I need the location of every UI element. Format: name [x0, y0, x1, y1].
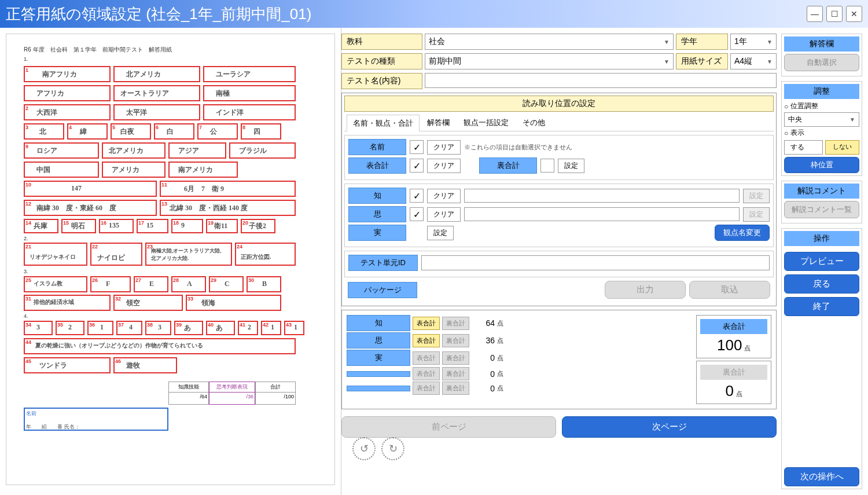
back-button[interactable]: 戻る: [784, 274, 859, 294]
row5-points: 0: [472, 384, 495, 393]
chi-checkbox[interactable]: ✓: [410, 189, 424, 203]
tab-name-viewpoint-total[interactable]: 名前・観点・合計: [347, 115, 420, 131]
shi-front-button[interactable]: 表合計: [413, 334, 440, 347]
answer-column-section: 解答欄 自動選択: [781, 34, 862, 76]
import-button: 取込: [689, 281, 770, 299]
back-total-set-button[interactable]: 設定: [558, 159, 584, 173]
close-button[interactable]: ✕: [846, 6, 862, 22]
test-type-dropdown[interactable]: 前期中間▼: [425, 53, 674, 69]
shi-input[interactable]: [464, 207, 740, 221]
auto-select-note: ※これらの項目は自動選択できません: [464, 143, 572, 152]
rotate-left-button[interactable]: ↺: [352, 437, 376, 460]
name-checkbox[interactable]: ✓: [410, 140, 424, 154]
maximize-button[interactable]: ☐: [826, 6, 843, 22]
chi-input[interactable]: [464, 189, 740, 203]
row5-back-button[interactable]: 裏合計: [442, 382, 469, 395]
chi-button[interactable]: 知: [348, 188, 406, 204]
tab-bar: 名前・観点・合計 解答欄 観点一括設定 その他: [344, 114, 774, 131]
row4-back-button[interactable]: 裏合計: [442, 367, 469, 380]
paper-size-label: 用紙サイズ: [676, 53, 728, 69]
pos-adjust-radio[interactable]: 位置調整: [784, 101, 859, 111]
total-shi-label: 思: [347, 332, 410, 349]
package-button[interactable]: パッケージ: [348, 282, 417, 298]
next-operation-button[interactable]: 次の操作へ: [784, 467, 859, 486]
subject-label: 教科: [341, 34, 422, 50]
total-jitsu-label: 実: [347, 350, 410, 366]
window-controls: — ☐ ✕: [807, 6, 862, 22]
adjust-section: 調整 位置調整 中央▼ 表示 する しない 枠位置: [781, 81, 862, 176]
chi-front-button[interactable]: 表合計: [413, 317, 440, 330]
grade-dropdown[interactable]: 1年▼: [730, 34, 777, 50]
row5-front-button[interactable]: 表合計: [413, 382, 440, 395]
paper-size-dropdown[interactable]: A4縦▼: [730, 53, 777, 69]
jitsu-set-button[interactable]: 設定: [427, 226, 454, 240]
next-page-button[interactable]: 次ページ: [562, 416, 777, 438]
jitsu-points: 0: [472, 353, 495, 362]
jitsu-back-button[interactable]: 裏合計: [442, 351, 469, 365]
grade-label: 学年: [676, 34, 728, 50]
row4-front-button[interactable]: 表合計: [413, 367, 440, 380]
name-button[interactable]: 名前: [348, 139, 406, 155]
rename-viewpoint-button[interactable]: 観点名変更: [715, 225, 770, 241]
front-grand-total: 表合計 100 点: [696, 315, 771, 358]
tab-viewpoint-batch[interactable]: 観点一括設定: [457, 114, 515, 131]
operations-section: 操作 プレビュー 戻る 終了 次の操作へ: [781, 228, 862, 489]
exit-button[interactable]: 終了: [784, 297, 859, 316]
unit-id-button[interactable]: テスト単元ID: [348, 255, 418, 271]
position-dropdown[interactable]: 中央▼: [784, 112, 859, 127]
chi-back-button[interactable]: 裏合計: [442, 317, 469, 330]
shi-button[interactable]: 思: [348, 206, 406, 222]
tab-other[interactable]: その他: [516, 114, 551, 131]
back-total-checkbox[interactable]: [540, 159, 554, 173]
front-total-button[interactable]: 表合計: [348, 157, 406, 174]
test-name-input[interactable]: [425, 73, 777, 88]
back-total-button[interactable]: 裏合計: [479, 157, 537, 174]
test-type-label: テストの種類: [341, 53, 422, 69]
frame-position-button[interactable]: 枠位置: [784, 157, 859, 173]
display-on-button[interactable]: する: [784, 140, 823, 155]
chi-points: 64: [472, 318, 495, 328]
shi-clear-button[interactable]: クリア: [427, 207, 461, 222]
answer-sheet[interactable]: R6 年度 社会科 第１学年 前期中間テスト 解答用紙 1. 1南アフリカ 北ア…: [6, 34, 335, 485]
titlebar: 正答用紙の領域設定 (社会_1年_前期中間_01) — ☐ ✕: [0, 0, 868, 28]
front-total-checkbox[interactable]: ✓: [410, 159, 424, 173]
chi-set-button: 設定: [743, 189, 770, 203]
display-off-button[interactable]: しない: [825, 140, 859, 155]
rotate-right-button[interactable]: ↻: [381, 437, 404, 460]
output-button: 出力: [605, 281, 686, 299]
jitsu-button[interactable]: 実: [348, 225, 406, 241]
read-position-section: 読み取り位置の設定 名前・観点・合計 解答欄 観点一括設定 その他 名前 ✓ ク…: [341, 93, 777, 306]
back-grand-total: 裏合計 0 点: [696, 361, 771, 404]
tab-answer-column[interactable]: 解答欄: [421, 114, 456, 131]
jitsu-front-button[interactable]: 表合計: [413, 351, 440, 365]
subject-dropdown[interactable]: 社会▼: [425, 34, 674, 50]
preview-button[interactable]: プレビュー: [784, 252, 859, 271]
shi-set-button: 設定: [743, 207, 770, 222]
row4-points: 0: [472, 369, 495, 379]
auto-select-button[interactable]: 自動選択: [784, 54, 859, 71]
shi-points: 36: [472, 336, 495, 345]
name-clear-button[interactable]: クリア: [427, 140, 461, 155]
window-title: 正答用紙の領域設定 (社会_1年_前期中間_01): [6, 4, 807, 24]
comment-section: 解説コメント 解説コメント一覧: [781, 181, 862, 223]
front-total-clear-button[interactable]: クリア: [427, 159, 461, 173]
minimize-button[interactable]: —: [807, 6, 823, 22]
chi-clear-button[interactable]: クリア: [427, 189, 461, 203]
read-position-title: 読み取り位置の設定: [344, 96, 774, 112]
prev-page-button: 前ページ: [341, 416, 556, 438]
total-row5-label: [347, 386, 410, 391]
shi-back-button[interactable]: 裏合計: [442, 334, 469, 347]
test-name-label: テスト名(内容): [341, 73, 422, 89]
unit-id-input[interactable]: [421, 255, 770, 270]
comment-list-button[interactable]: 解説コメント一覧: [784, 201, 859, 218]
display-radio[interactable]: 表示: [784, 128, 859, 138]
sheet-header: R6 年度 社会科 第１学年 前期中間テスト 解答用紙: [24, 46, 317, 54]
total-row4-label: [347, 371, 410, 377]
answer-sheet-preview-pane: R6 年度 社会科 第１学年 前期中間テスト 解答用紙 1. 1南アフリカ 北ア…: [0, 28, 341, 495]
shi-checkbox[interactable]: ✓: [410, 207, 424, 221]
totals-section: 知 表合計 裏合計 64 点 思 表合計 裏合計 36 点 実: [341, 310, 777, 409]
total-chi-label: 知: [347, 315, 410, 331]
